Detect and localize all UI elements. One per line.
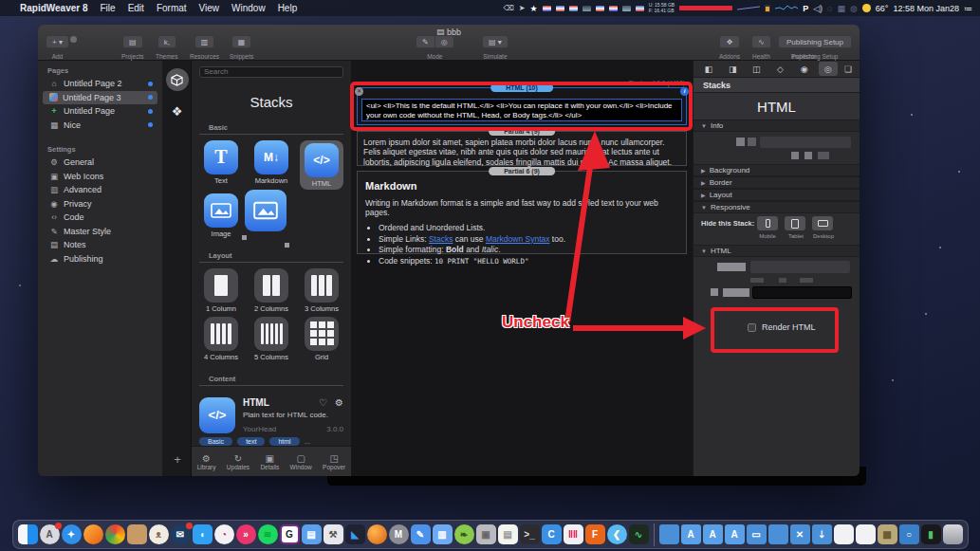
dock-blue-editor-1[interactable]: ✎ <box>411 524 431 544</box>
html-text-field[interactable] <box>752 286 852 299</box>
sidebar-item-nice[interactable]: ▦ Nice <box>43 119 157 133</box>
dock-mail-clock[interactable]: ✉ <box>171 524 191 544</box>
dock-document-1[interactable] <box>834 524 854 544</box>
status-flag[interactable] <box>596 6 604 11</box>
menu-clock[interactable]: 12:58 Mon Jan28 <box>893 4 959 13</box>
stack-tile-1-column[interactable]: 1 Column <box>199 268 243 313</box>
footer-details-button[interactable]: ▣Details <box>260 453 279 470</box>
tag-html[interactable]: html <box>269 437 299 446</box>
tab-page-inspector-icon[interactable]: ◧ <box>699 62 718 76</box>
partial-2-pill[interactable]: Partial 6 (9) <box>489 167 555 175</box>
dock-trash[interactable] <box>943 524 963 544</box>
dock-pixel-image[interactable]: ▩ <box>878 524 897 544</box>
cpu-bar[interactable] <box>679 6 732 10</box>
graph-purple[interactable] <box>737 5 760 11</box>
render-html-checkbox[interactable] <box>748 323 756 332</box>
mode-segment[interactable]: ✎◎ Mode <box>416 35 454 60</box>
dock-shift[interactable]: » <box>236 524 256 544</box>
volume-icon[interactable]: ◁) <box>813 4 823 13</box>
search-input[interactable] <box>199 66 343 78</box>
footer-popover-button[interactable]: ◳Popover <box>323 453 345 470</box>
dock-folder-apps-2[interactable]: A <box>703 524 723 544</box>
battery-gauge[interactable] <box>765 5 770 12</box>
stack-tile-image[interactable]: Image <box>199 193 243 238</box>
dock-twitter[interactable]: ❮ <box>607 524 627 544</box>
dock-coda[interactable]: C <box>542 524 562 544</box>
add-stack-button[interactable]: + <box>163 452 192 467</box>
status-flag[interactable] <box>622 6 631 11</box>
status-flag[interactable] <box>609 6 618 11</box>
sidebar-item-advanced[interactable]: ▥Advanced <box>43 183 157 197</box>
dock-color-wheel[interactable]: ◔ <box>214 524 234 544</box>
dock-folder-apps-1[interactable]: A <box>681 524 701 544</box>
star-icon[interactable]: ★ <box>530 4 538 13</box>
preview-mode-button[interactable]: ◎ <box>435 35 454 48</box>
drag-handle[interactable] <box>242 235 247 240</box>
status-flag[interactable] <box>582 6 591 11</box>
weather-icon[interactable] <box>862 4 871 12</box>
stack-tile-text[interactable]: T Text <box>199 140 243 190</box>
sidebar-item-web-icons[interactable]: ▣Web Icons <box>43 170 157 184</box>
sidebar-item-master-style[interactable]: ✎Master Style <box>43 225 157 239</box>
edit-mode-button[interactable]: ✎ <box>416 35 435 48</box>
detail-gear-icon[interactable]: ⚙ <box>335 397 343 408</box>
projects-button[interactable]: ▤Projects <box>121 35 143 60</box>
dock-chrome[interactable]: ◦ <box>105 524 125 544</box>
dock-safari[interactable]: ✦ <box>62 524 82 544</box>
stacks-link[interactable]: Stacks <box>429 234 453 244</box>
partials-toggle[interactable]: ❖ <box>163 104 191 119</box>
controller-icon[interactable]: ▦ <box>837 4 845 13</box>
publishing-setup-button[interactable]: Publishing Setup Publishing Setup <box>778 35 852 60</box>
dock-vscode[interactable]: ◣ <box>345 524 365 544</box>
hide-tablet-button[interactable] <box>785 216 805 230</box>
more-tags[interactable]: ... <box>305 437 311 446</box>
health-button[interactable]: ∿Health <box>751 35 771 60</box>
simulate-button[interactable]: ▤ ▾Simulate <box>482 35 508 60</box>
tab-page-settings-icon[interactable]: ◨ <box>723 62 742 76</box>
dock-genius[interactable]: G <box>280 524 300 544</box>
favorite-heart-icon[interactable]: ♡ <box>319 397 327 408</box>
dock-color-bars[interactable]: ‖‖ <box>564 524 583 544</box>
globe-icon[interactable]: ◍ <box>850 4 858 13</box>
html-code-editor[interactable]: <ul> <li>This is the default HTML.</li> … <box>361 99 682 121</box>
dock-spotify[interactable]: ≋ <box>258 524 278 544</box>
sidebar-item-notes[interactable]: ▤Notes <box>43 238 157 252</box>
tab-tag-icon[interactable]: ◇ <box>770 62 789 76</box>
dock-document-2[interactable] <box>856 524 876 544</box>
render-html-checkbox-row[interactable]: Render HTML <box>748 322 816 332</box>
stack-tile-4-columns[interactable]: 4 Columns <box>199 317 243 361</box>
graph-blue[interactable] <box>775 5 798 11</box>
dock-folder-o[interactable]: ○ <box>899 524 919 544</box>
html-stack-pill[interactable]: HTML (10) <box>490 83 553 92</box>
sidebar-item-untitled-page-2[interactable]: ⌂ Untitled Page 2 <box>43 77 157 91</box>
sidebar-item-publishing[interactable]: ☁Publishing <box>43 252 157 266</box>
dock-textastic[interactable]: ▤ <box>302 524 322 544</box>
stack-tile-image-dragging[interactable] <box>244 190 287 234</box>
menu-app-name[interactable]: RapidWeaver 8 <box>20 3 88 13</box>
tab-theme-settings-icon[interactable]: ◉ <box>795 62 814 76</box>
dock-finder[interactable] <box>18 524 38 544</box>
stacks-library-toggle[interactable] <box>166 68 189 91</box>
memory-stats[interactable]: U: 15.58 GBF: 16.41 GB <box>649 3 675 13</box>
info-icon[interactable]: i <box>680 87 689 96</box>
dock-coteditor[interactable]: ❧ <box>454 524 474 544</box>
menu-format[interactable]: Format <box>157 3 187 13</box>
list-menu-icon[interactable]: ≔ <box>964 4 972 13</box>
tab-stack-settings-icon[interactable]: ◎ <box>819 62 838 76</box>
parallels-icon[interactable]: P <box>803 4 808 13</box>
hide-mobile-button[interactable] <box>757 216 778 230</box>
section-info[interactable]: ▼Info <box>693 119 860 132</box>
dock-fontlab[interactable]: F <box>585 524 605 544</box>
partial-1-pill[interactable]: Partial 4 (9) <box>489 127 555 136</box>
dock-rss-reader[interactable] <box>127 524 147 544</box>
stack-tile-grid[interactable]: Grid <box>300 317 343 361</box>
sidebar-item-general[interactable]: ⚙General <box>43 156 157 170</box>
section-background[interactable]: ▶Background <box>693 164 860 176</box>
status-flag[interactable] <box>543 6 551 11</box>
status-flag[interactable] <box>569 6 578 11</box>
hide-desktop-button[interactable] <box>812 216 833 230</box>
zoom-window-button[interactable] <box>70 36 77 43</box>
tag-basic[interactable]: Basic <box>199 437 232 446</box>
tab-copy-icon[interactable]: ❏ <box>842 62 854 76</box>
option-checkbox[interactable] <box>711 288 718 296</box>
